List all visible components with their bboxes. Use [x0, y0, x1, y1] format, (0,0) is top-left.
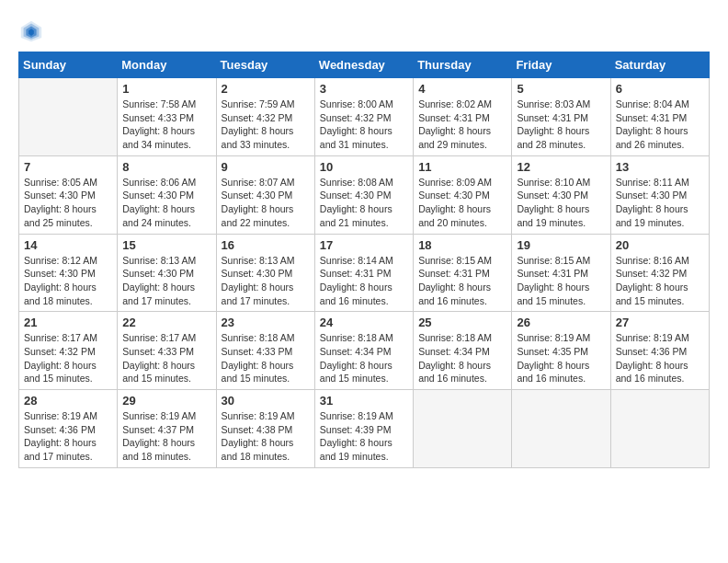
day-number: 18	[418, 238, 506, 252]
day-number: 3	[320, 82, 408, 96]
day-info: Sunrise: 8:09 AM Sunset: 4:30 PM Dayligh…	[418, 176, 506, 230]
calendar-cell: 13 Sunrise: 8:11 AM Sunset: 4:30 PM Dayl…	[610, 155, 709, 234]
calendar-cell: 9 Sunrise: 8:07 AM Sunset: 4:30 PM Dayli…	[216, 155, 314, 234]
day-number: 12	[517, 160, 605, 174]
day-number: 21	[24, 316, 112, 329]
day-info: Sunrise: 8:03 AM Sunset: 4:31 PM Dayligh…	[517, 98, 605, 152]
calendar-table: SundayMondayTuesdayWednesdayThursdayFrid…	[18, 52, 710, 468]
day-info: Sunrise: 8:19 AM Sunset: 4:36 PM Dayligh…	[616, 331, 704, 385]
calendar-cell: 6 Sunrise: 8:04 AM Sunset: 4:31 PM Dayli…	[610, 78, 709, 156]
calendar-week-row: 14 Sunrise: 8:12 AM Sunset: 4:30 PM Dayl…	[19, 234, 710, 312]
day-info: Sunrise: 8:18 AM Sunset: 4:34 PM Dayligh…	[320, 331, 408, 385]
calendar-cell: 10 Sunrise: 8:08 AM Sunset: 4:30 PM Dayl…	[314, 155, 413, 234]
calendar-cell	[512, 390, 610, 468]
day-number: 24	[320, 316, 408, 329]
day-number: 30	[222, 394, 310, 408]
calendar-cell: 17 Sunrise: 8:14 AM Sunset: 4:31 PM Dayl…	[314, 234, 413, 312]
calendar-cell: 11 Sunrise: 8:09 AM Sunset: 4:30 PM Dayl…	[414, 155, 512, 234]
day-number: 13	[616, 160, 704, 174]
calendar-cell: 29 Sunrise: 8:19 AM Sunset: 4:37 PM Dayl…	[118, 390, 216, 468]
day-info: Sunrise: 8:13 AM Sunset: 4:30 PM Dayligh…	[122, 254, 210, 308]
day-number: 16	[222, 238, 310, 252]
calendar-cell: 8 Sunrise: 8:06 AM Sunset: 4:30 PM Dayli…	[118, 155, 216, 234]
day-info: Sunrise: 8:15 AM Sunset: 4:31 PM Dayligh…	[418, 254, 506, 308]
calendar-cell: 24 Sunrise: 8:18 AM Sunset: 4:34 PM Dayl…	[314, 312, 413, 390]
calendar-cell: 1 Sunrise: 7:58 AM Sunset: 4:33 PM Dayli…	[118, 78, 216, 156]
calendar-cell: 25 Sunrise: 8:18 AM Sunset: 4:34 PM Dayl…	[414, 312, 512, 390]
day-info: Sunrise: 8:00 AM Sunset: 4:32 PM Dayligh…	[320, 98, 408, 152]
day-number: 20	[616, 238, 704, 252]
calendar-cell: 31 Sunrise: 8:19 AM Sunset: 4:39 PM Dayl…	[314, 390, 413, 468]
day-number: 5	[517, 82, 605, 96]
calendar-cell: 16 Sunrise: 8:13 AM Sunset: 4:30 PM Dayl…	[216, 234, 314, 312]
day-number: 25	[418, 316, 506, 329]
day-info: Sunrise: 8:19 AM Sunset: 4:39 PM Dayligh…	[320, 409, 408, 464]
calendar-week-row: 21 Sunrise: 8:17 AM Sunset: 4:32 PM Dayl…	[19, 312, 710, 390]
day-info: Sunrise: 8:10 AM Sunset: 4:30 PM Dayligh…	[517, 176, 605, 230]
day-number: 23	[222, 316, 310, 329]
calendar-week-row: 1 Sunrise: 7:58 AM Sunset: 4:33 PM Dayli…	[19, 78, 710, 156]
calendar-cell	[610, 390, 709, 468]
day-number: 31	[320, 394, 408, 408]
day-info: Sunrise: 7:59 AM Sunset: 4:32 PM Dayligh…	[222, 98, 310, 152]
day-info: Sunrise: 8:19 AM Sunset: 4:38 PM Dayligh…	[222, 409, 310, 464]
day-info: Sunrise: 8:02 AM Sunset: 4:31 PM Dayligh…	[418, 98, 506, 152]
day-info: Sunrise: 7:58 AM Sunset: 4:33 PM Dayligh…	[122, 98, 210, 152]
logo	[18, 18, 48, 44]
day-header-saturday: Saturday	[610, 52, 709, 78]
day-number: 2	[222, 82, 310, 96]
day-info: Sunrise: 8:08 AM Sunset: 4:30 PM Dayligh…	[320, 176, 408, 230]
calendar-cell: 23 Sunrise: 8:18 AM Sunset: 4:33 PM Dayl…	[216, 312, 314, 390]
day-number: 14	[24, 238, 112, 252]
calendar-cell: 5 Sunrise: 8:03 AM Sunset: 4:31 PM Dayli…	[512, 78, 610, 156]
day-number: 27	[616, 316, 704, 329]
day-number: 22	[122, 316, 210, 329]
day-number: 9	[222, 160, 310, 174]
day-info: Sunrise: 8:17 AM Sunset: 4:32 PM Dayligh…	[24, 331, 112, 385]
day-info: Sunrise: 8:11 AM Sunset: 4:30 PM Dayligh…	[616, 176, 704, 230]
calendar-cell: 30 Sunrise: 8:19 AM Sunset: 4:38 PM Dayl…	[216, 390, 314, 468]
calendar-cell	[414, 390, 512, 468]
calendar-cell: 18 Sunrise: 8:15 AM Sunset: 4:31 PM Dayl…	[414, 234, 512, 312]
calendar-cell: 26 Sunrise: 8:19 AM Sunset: 4:35 PM Dayl…	[512, 312, 610, 390]
calendar-cell: 4 Sunrise: 8:02 AM Sunset: 4:31 PM Dayli…	[414, 78, 512, 156]
day-info: Sunrise: 8:04 AM Sunset: 4:31 PM Dayligh…	[616, 98, 704, 152]
calendar-header-row: SundayMondayTuesdayWednesdayThursdayFrid…	[19, 52, 710, 78]
day-info: Sunrise: 8:16 AM Sunset: 4:32 PM Dayligh…	[616, 254, 704, 308]
day-info: Sunrise: 8:12 AM Sunset: 4:30 PM Dayligh…	[24, 254, 112, 308]
calendar-cell: 27 Sunrise: 8:19 AM Sunset: 4:36 PM Dayl…	[610, 312, 709, 390]
day-number: 28	[24, 394, 112, 408]
calendar-cell: 12 Sunrise: 8:10 AM Sunset: 4:30 PM Dayl…	[512, 155, 610, 234]
calendar-cell: 20 Sunrise: 8:16 AM Sunset: 4:32 PM Dayl…	[610, 234, 709, 312]
calendar-cell: 3 Sunrise: 8:00 AM Sunset: 4:32 PM Dayli…	[314, 78, 413, 156]
day-number: 19	[517, 238, 605, 252]
day-header-thursday: Thursday	[414, 52, 512, 78]
day-number: 6	[616, 82, 704, 96]
day-number: 8	[122, 160, 210, 174]
calendar-cell: 7 Sunrise: 8:05 AM Sunset: 4:30 PM Dayli…	[19, 155, 118, 234]
day-header-sunday: Sunday	[19, 52, 118, 78]
day-number: 29	[122, 394, 210, 408]
day-info: Sunrise: 8:13 AM Sunset: 4:30 PM Dayligh…	[222, 254, 310, 308]
calendar-cell: 28 Sunrise: 8:19 AM Sunset: 4:36 PM Dayl…	[19, 390, 118, 468]
day-header-monday: Monday	[118, 52, 216, 78]
calendar-cell: 14 Sunrise: 8:12 AM Sunset: 4:30 PM Dayl…	[19, 234, 118, 312]
calendar-cell: 19 Sunrise: 8:15 AM Sunset: 4:31 PM Dayl…	[512, 234, 610, 312]
calendar-week-row: 28 Sunrise: 8:19 AM Sunset: 4:36 PM Dayl…	[19, 390, 710, 468]
day-header-wednesday: Wednesday	[314, 52, 413, 78]
day-number: 17	[320, 238, 408, 252]
day-info: Sunrise: 8:15 AM Sunset: 4:31 PM Dayligh…	[517, 254, 605, 308]
day-header-friday: Friday	[512, 52, 610, 78]
day-number: 1	[122, 82, 210, 96]
day-info: Sunrise: 8:07 AM Sunset: 4:30 PM Dayligh…	[222, 176, 310, 230]
day-number: 26	[517, 316, 605, 329]
calendar-cell: 15 Sunrise: 8:13 AM Sunset: 4:30 PM Dayl…	[118, 234, 216, 312]
day-number: 4	[418, 82, 506, 96]
day-info: Sunrise: 8:06 AM Sunset: 4:30 PM Dayligh…	[122, 176, 210, 230]
day-info: Sunrise: 8:05 AM Sunset: 4:30 PM Dayligh…	[24, 176, 112, 230]
day-info: Sunrise: 8:19 AM Sunset: 4:35 PM Dayligh…	[517, 331, 605, 385]
day-info: Sunrise: 8:17 AM Sunset: 4:33 PM Dayligh…	[122, 331, 210, 385]
day-info: Sunrise: 8:14 AM Sunset: 4:31 PM Dayligh…	[320, 254, 408, 308]
calendar-cell: 2 Sunrise: 7:59 AM Sunset: 4:32 PM Dayli…	[216, 78, 314, 156]
calendar-cell: 21 Sunrise: 8:17 AM Sunset: 4:32 PM Dayl…	[19, 312, 118, 390]
